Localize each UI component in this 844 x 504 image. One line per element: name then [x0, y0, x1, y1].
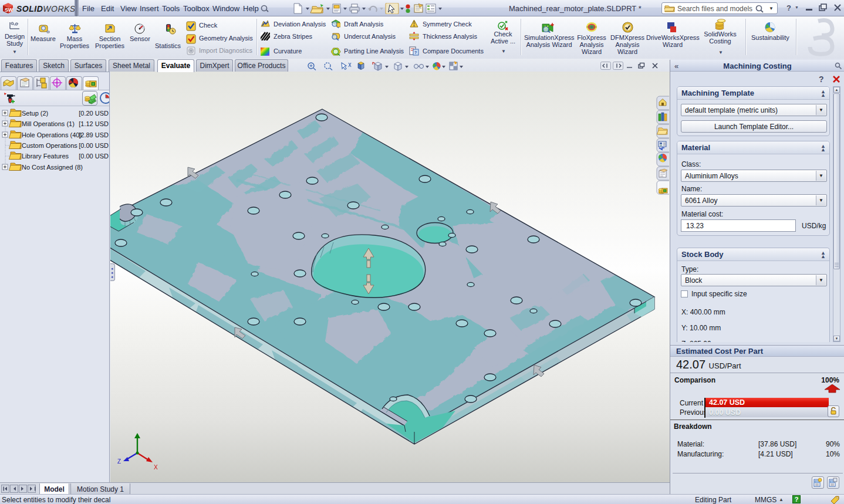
- svg-text:Z: Z: [117, 458, 121, 465]
- svg-text:?: ?: [414, 50, 417, 55]
- svg-text:SW: SW: [5, 7, 13, 13]
- svg-text:X: X: [154, 464, 158, 471]
